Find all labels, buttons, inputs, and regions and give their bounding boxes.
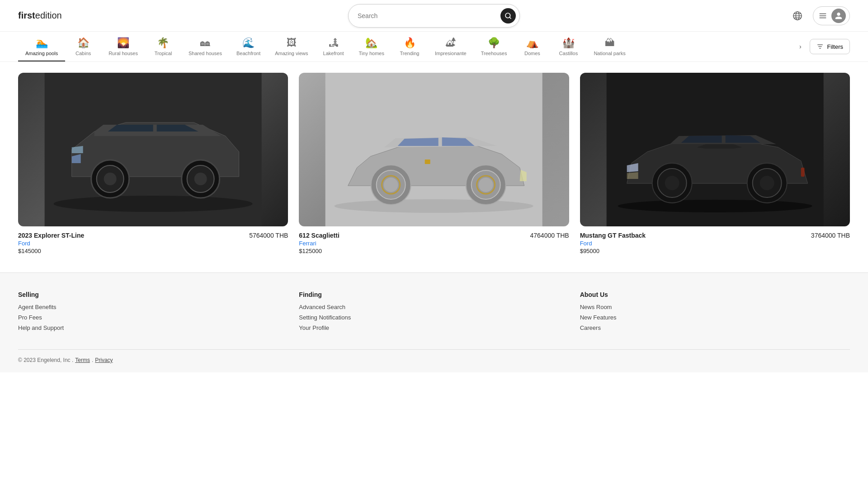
- category-nav-items: 🏊 Amazing pools 🏠 Cabins 🌄 Rural houses …: [18, 32, 797, 61]
- footer-link[interactable]: Advanced Search: [299, 304, 569, 310]
- listing-price-usd: $95000: [580, 248, 850, 254]
- category-nav: 🏊 Amazing pools 🏠 Cabins 🌄 Rural houses …: [0, 32, 868, 62]
- avatar: [831, 9, 846, 23]
- main-content: 2023 Explorer ST-Line 5764000 THB Ford $…: [0, 62, 868, 272]
- footer-link[interactable]: Pro Fees: [18, 314, 288, 321]
- footer-link[interactable]: Help and Support: [18, 324, 288, 331]
- listing-price-usd: $125000: [299, 248, 569, 254]
- svg-point-28: [479, 178, 493, 192]
- search-bar[interactable]: [348, 4, 520, 28]
- footer-separator: .: [92, 357, 93, 363]
- listing-card-listing-2[interactable]: 612 Scaglietti 4764000 THB Ferrari $1250…: [299, 73, 569, 254]
- category-label-cabins: Cabins: [75, 51, 91, 56]
- svg-point-36: [665, 176, 679, 190]
- listing-brand: Ferrari: [299, 240, 569, 247]
- listing-card-listing-3[interactable]: Mustang GT Fastback 3764000 THB Ford $95…: [580, 73, 850, 254]
- category-label-castillos: Castillos: [559, 51, 578, 56]
- svg-point-14: [54, 196, 253, 212]
- svg-rect-40: [801, 168, 804, 177]
- svg-line-1: [509, 17, 511, 19]
- listing-image: [299, 73, 569, 226]
- category-icon-trending: 🔥: [404, 38, 416, 48]
- category-icon-castillos: 🏰: [562, 38, 575, 48]
- category-label-tiny-homes: Tiny homes: [359, 51, 384, 56]
- category-item-tropical[interactable]: 🌴 Tropical: [145, 32, 181, 61]
- footer-privacy-link[interactable]: Privacy: [95, 357, 113, 363]
- category-item-shared-houses[interactable]: 🏘 Shared houses: [181, 32, 229, 61]
- svg-rect-29: [425, 160, 430, 164]
- listing-price-usd: $145000: [18, 248, 288, 254]
- footer-bottom: © 2023 Engelend, Inc . Terms . Privacy: [18, 349, 850, 363]
- category-icon-shared-houses: 🏘: [200, 38, 210, 48]
- footer-grid: Selling Agent BenefitsPro FeesHelp and S…: [18, 291, 850, 335]
- listing-name: Mustang GT Fastback: [580, 232, 646, 239]
- listing-info-row: Mustang GT Fastback 3764000 THB: [580, 232, 850, 239]
- category-label-trending: Trending: [400, 51, 419, 56]
- footer-link[interactable]: Careers: [580, 324, 850, 331]
- filters-label: Filters: [827, 43, 843, 50]
- footer-section-finding: Finding Advanced SearchSetting Notificat…: [299, 291, 569, 335]
- listing-name: 612 Scaglietti: [299, 232, 340, 239]
- filters-button[interactable]: Filters: [810, 39, 850, 54]
- category-icon-tropical: 🌴: [157, 38, 169, 48]
- user-menu-button[interactable]: [813, 6, 850, 25]
- category-item-tiny-homes[interactable]: 🏡 Tiny homes: [352, 32, 392, 61]
- category-item-beachfront[interactable]: 🌊 Beachfront: [229, 32, 268, 61]
- category-label-amazing-views: Amazing views: [275, 51, 308, 56]
- category-item-treehouses[interactable]: 🌳 Treehouses: [474, 32, 514, 61]
- category-item-rural-houses[interactable]: 🌄 Rural houses: [101, 32, 145, 61]
- listing-price-thb: 4764000 THB: [530, 232, 569, 239]
- listings-grid: 2023 Explorer ST-Line 5764000 THB Ford $…: [18, 73, 850, 254]
- listing-image: [580, 73, 850, 226]
- footer-link[interactable]: Agent Benefits: [18, 304, 288, 310]
- category-item-trending[interactable]: 🔥 Trending: [392, 32, 428, 61]
- footer-link[interactable]: New Features: [580, 314, 850, 321]
- footer-link[interactable]: Your Profile: [299, 324, 569, 331]
- category-label-beachfront: Beachfront: [236, 51, 260, 56]
- category-item-national-parks[interactable]: 🏔 National parks: [586, 32, 632, 61]
- category-label-impresionante: Impresionante: [435, 51, 467, 56]
- listing-info-row: 612 Scaglietti 4764000 THB: [299, 232, 569, 239]
- category-icon-lakefront: 🏞: [329, 38, 339, 48]
- category-icon-beachfront: 🌊: [242, 38, 255, 48]
- category-item-castillos[interactable]: 🏰 Castillos: [550, 32, 586, 61]
- category-item-cabins[interactable]: 🏠 Cabins: [65, 32, 101, 61]
- footer-link[interactable]: News Room: [580, 304, 850, 310]
- language-button[interactable]: [789, 8, 806, 24]
- footer-section-title: About Us: [580, 291, 850, 298]
- category-item-amazing-views[interactable]: 🖼 Amazing views: [268, 32, 315, 61]
- category-icon-treehouses: 🌳: [488, 38, 500, 48]
- category-label-amazing-pools: Amazing pools: [25, 51, 58, 56]
- listing-card-listing-1[interactable]: 2023 Explorer ST-Line 5764000 THB Ford $…: [18, 73, 288, 254]
- listing-price-thb: 5764000 THB: [249, 232, 288, 239]
- footer-link[interactable]: Setting Notifications: [299, 314, 569, 321]
- svg-point-17: [104, 173, 117, 185]
- category-item-amazing-pools[interactable]: 🏊 Amazing pools: [18, 32, 65, 61]
- filters-icon: [816, 43, 824, 50]
- category-icon-rural-houses: 🌄: [117, 38, 129, 48]
- listing-name: 2023 Explorer ST-Line: [18, 232, 84, 239]
- category-item-impresionante[interactable]: 🏕 Impresionante: [428, 32, 474, 61]
- search-input[interactable]: [358, 12, 500, 19]
- logo-second: edition: [35, 10, 62, 20]
- listing-brand: Ford: [580, 240, 850, 247]
- footer: Selling Agent BenefitsPro FeesHelp and S…: [0, 272, 868, 372]
- svg-point-33: [618, 200, 812, 212]
- footer-section-title: Finding: [299, 291, 569, 298]
- category-label-shared-houses: Shared houses: [189, 51, 222, 56]
- category-icon-cabins: 🏠: [77, 38, 90, 48]
- nav-arrow-button[interactable]: ›: [797, 41, 804, 52]
- search-button[interactable]: [500, 8, 516, 23]
- search-icon: [505, 12, 512, 19]
- category-icon-domes: ⛺: [526, 38, 538, 48]
- category-label-rural-houses: Rural houses: [108, 51, 138, 56]
- category-item-lakefront[interactable]: 🏞 Lakefront: [316, 32, 352, 61]
- footer-terms-link[interactable]: Terms: [75, 357, 90, 363]
- copyright: © 2023 Engelend, Inc .: [18, 357, 73, 363]
- listing-brand: Ford: [18, 240, 288, 247]
- category-icon-amazing-views: 🖼: [287, 38, 297, 48]
- category-label-national-parks: National parks: [594, 51, 625, 56]
- category-label-treehouses: Treehouses: [481, 51, 507, 56]
- category-icon-tiny-homes: 🏡: [365, 38, 377, 48]
- category-item-domes[interactable]: ⛺ Domes: [514, 32, 550, 61]
